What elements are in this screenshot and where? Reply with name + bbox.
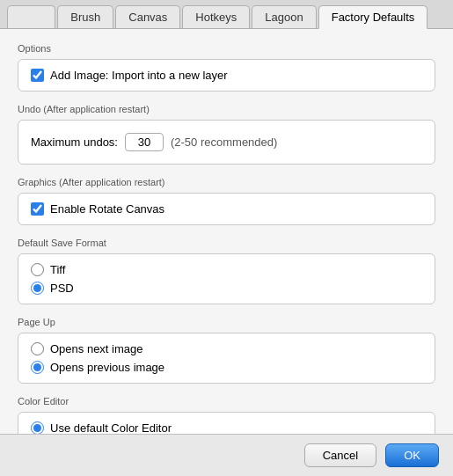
add-image-label: Add Image: Import into a new layer [50, 69, 228, 82]
graphics-section: Enable Rotate Canvas [18, 193, 435, 225]
color-editor-section-label: Color Editor [18, 396, 435, 406]
page-up-next-radio[interactable] [31, 342, 44, 355]
tab-general[interactable] [7, 5, 55, 28]
undo-section-label: Undo (After application restart) [18, 104, 435, 114]
graphics-section-label: Graphics (After application restart) [18, 177, 435, 187]
default-save-section: Tiff PSD [18, 253, 435, 304]
undo-section: Maximum undos: (2-50 recommended) [18, 120, 435, 165]
save-psd-radio[interactable] [31, 282, 44, 295]
color-editor-default-radio[interactable] [31, 421, 44, 434]
page-up-section: Opens next image Opens previous image [18, 333, 435, 384]
options-section-label: Options [18, 43, 435, 54]
add-image-checkbox[interactable] [31, 69, 44, 82]
maximum-undos-input[interactable] [125, 133, 164, 151]
page-up-next-label: Opens next image [50, 342, 143, 355]
cancel-button[interactable]: Cancel [304, 443, 376, 467]
page-up-prev-row: Opens previous image [31, 361, 422, 374]
tab-hotkeys[interactable]: Hotkeys [182, 5, 250, 28]
undo-row: Maximum undos: (2-50 recommended) [31, 129, 422, 155]
enable-rotate-row: Enable Rotate Canvas [31, 202, 422, 216]
options-section: Add Image: Import into a new layer [18, 59, 435, 92]
page-up-prev-label: Opens previous image [50, 361, 164, 374]
add-image-row: Add Image: Import into a new layer [31, 69, 422, 82]
tab-bar: Brush Canvas Hotkeys Lagoon Factory Defa… [0, 0, 453, 29]
maximum-undos-label: Maximum undos: [31, 135, 118, 149]
color-editor-default-label: Use default Color Editor [50, 421, 172, 434]
color-editor-section: Use default Color Editor Use system Colo… [18, 412, 435, 434]
page-up-next-row: Opens next image [31, 342, 422, 355]
tab-lagoon[interactable]: Lagoon [252, 5, 316, 28]
undo-hint: (2-50 recommended) [171, 135, 277, 149]
tab-factory-defaults[interactable]: Factory Defaults [318, 5, 428, 29]
page-up-prev-radio[interactable] [31, 361, 44, 374]
save-tiff-radio[interactable] [31, 263, 44, 276]
page-up-section-label: Page Up [18, 317, 435, 327]
ok-button[interactable]: OK [385, 443, 439, 467]
tab-brush[interactable]: Brush [57, 5, 113, 28]
enable-rotate-label: Enable Rotate Canvas [50, 202, 164, 216]
footer: Cancel OK [0, 434, 453, 476]
main-content: Options Add Image: Import into a new lay… [0, 29, 453, 434]
enable-rotate-checkbox[interactable] [31, 202, 44, 216]
default-save-section-label: Default Save Format [18, 238, 435, 248]
tab-canvas[interactable]: Canvas [115, 5, 180, 28]
save-tiff-label: Tiff [50, 263, 65, 276]
save-tiff-row: Tiff [31, 263, 422, 276]
save-psd-label: PSD [50, 282, 74, 295]
color-editor-default-row: Use default Color Editor [31, 421, 422, 434]
save-psd-row: PSD [31, 282, 422, 295]
